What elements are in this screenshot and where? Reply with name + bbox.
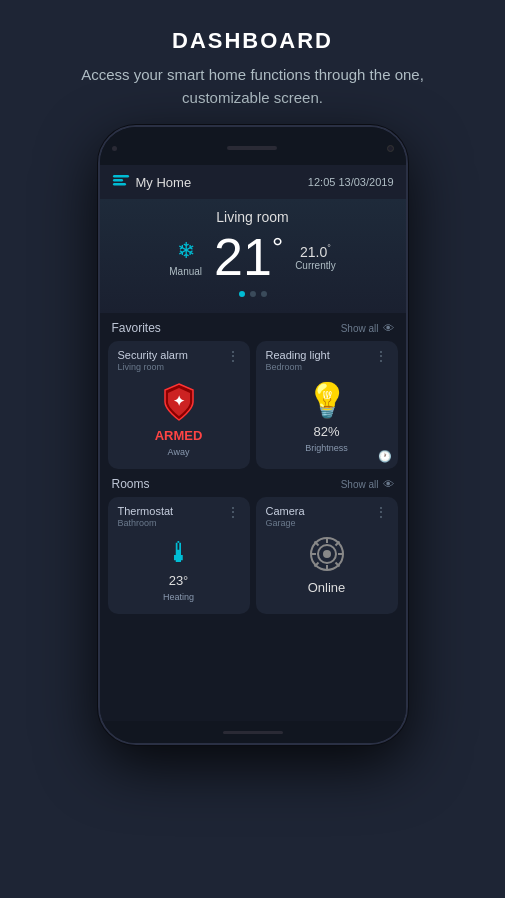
light-card-menu[interactable]: ⋮ xyxy=(374,349,388,363)
app-logo-icon xyxy=(112,171,130,193)
app-header: My Home 12:05 13/03/2019 xyxy=(100,165,406,199)
eye-icon-favorites: 👁 xyxy=(383,322,394,334)
eye-icon-rooms: 👁 xyxy=(383,478,394,490)
current-temp-val: 21.0° xyxy=(300,243,331,260)
thermometer-icon: 🌡 xyxy=(165,536,193,569)
favorites-cards: Security alarm Living room ⋮ ✦ xyxy=(100,341,406,469)
thermo-card-menu[interactable]: ⋮ xyxy=(226,505,240,519)
current-label: Currently xyxy=(295,260,336,271)
app-logo-area: My Home xyxy=(112,171,192,193)
online-status: Online xyxy=(308,580,346,595)
phone-bottom-bar xyxy=(100,721,406,743)
rooms-section: Rooms Show all 👁 Thermostat Bathroom xyxy=(100,469,406,614)
alarm-card-subtitle: Living room xyxy=(118,362,188,372)
page-header: DASHBOARD Access your smart home functio… xyxy=(0,0,505,125)
weather-manual-block: ❄ Manual xyxy=(169,238,202,277)
brightness-value: 82% xyxy=(313,424,339,439)
big-temp: 21° xyxy=(214,228,283,286)
thermo-label: Heating xyxy=(163,592,194,602)
snowflake-icon: ❄ xyxy=(177,238,195,264)
favorites-header: Favorites Show all 👁 xyxy=(100,313,406,341)
rooms-show-all[interactable]: Show all 👁 xyxy=(341,478,394,490)
reading-light-card[interactable]: Reading light Bedroom ⋮ 💡 82% Brightness… xyxy=(256,341,398,469)
dot-3 xyxy=(261,291,267,297)
thermo-card-subtitle: Bathroom xyxy=(118,518,174,528)
armed-status-label: ARMED xyxy=(155,428,203,443)
svg-line-13 xyxy=(335,542,339,546)
camera-card[interactable]: Camera Garage ⋮ xyxy=(256,497,398,614)
phone-speaker xyxy=(227,146,277,150)
armed-away-label: Away xyxy=(168,447,190,457)
thermo-card-title: Thermostat xyxy=(118,505,174,517)
camera-card-subtitle: Garage xyxy=(266,518,305,528)
phone-front-camera xyxy=(387,145,394,152)
app-content: My Home 12:05 13/03/2019 Living room ❄ M… xyxy=(100,165,406,721)
weather-widget: Living room ❄ Manual 21° 21.0° Currently xyxy=(100,199,406,313)
camera-card-menu[interactable]: ⋮ xyxy=(374,505,388,519)
manual-label: Manual xyxy=(169,266,202,277)
light-card-title: Reading light xyxy=(266,349,330,361)
svg-line-12 xyxy=(335,563,339,567)
favorites-section: Favorites Show all 👁 Security alarm Livi… xyxy=(100,313,406,469)
svg-line-11 xyxy=(314,542,318,546)
rooms-header: Rooms Show all 👁 xyxy=(100,469,406,497)
phone-dot-left xyxy=(112,146,117,151)
dot-indicators xyxy=(116,291,390,297)
dot-1 xyxy=(239,291,245,297)
rooms-cards: Thermostat Bathroom ⋮ 🌡 23° Heating xyxy=(100,497,406,614)
page-subtitle: Access your smart home functions through… xyxy=(40,64,465,109)
weather-room-name: Living room xyxy=(116,209,390,225)
app-home-label: My Home xyxy=(136,175,192,190)
alarm-card-title: Security alarm xyxy=(118,349,188,361)
page-title: DASHBOARD xyxy=(40,28,465,54)
brightness-label: Brightness xyxy=(305,443,348,453)
favorites-show-all-label: Show all xyxy=(341,323,379,334)
clock-icon: 🕐 xyxy=(378,450,392,463)
phone-frame: My Home 12:05 13/03/2019 Living room ❄ M… xyxy=(98,125,408,745)
big-temp-block: 21° xyxy=(214,231,283,283)
phone-top-bar xyxy=(100,127,406,165)
thermostat-card[interactable]: Thermostat Bathroom ⋮ 🌡 23° Heating xyxy=(108,497,250,614)
alarm-card-menu[interactable]: ⋮ xyxy=(226,349,240,363)
favorites-title: Favorites xyxy=(112,321,161,335)
phone-camera-area xyxy=(112,146,117,151)
current-temp-block: 21.0° Currently xyxy=(295,243,336,271)
svg-rect-0 xyxy=(113,175,129,178)
svg-text:✦: ✦ xyxy=(173,393,185,409)
app-datetime: 12:05 13/03/2019 xyxy=(308,176,394,188)
dot-2 xyxy=(250,291,256,297)
svg-point-6 xyxy=(323,550,331,558)
bulb-icon: 💡 xyxy=(306,380,348,420)
svg-rect-1 xyxy=(113,179,123,182)
thermo-value: 23° xyxy=(169,573,189,588)
rooms-show-all-label: Show all xyxy=(341,479,379,490)
scroll-content[interactable]: Favorites Show all 👁 Security alarm Livi… xyxy=(100,313,406,721)
svg-rect-2 xyxy=(113,183,126,186)
camera-icon xyxy=(309,536,345,576)
rooms-title: Rooms xyxy=(112,477,150,491)
home-indicator xyxy=(223,731,283,734)
svg-line-14 xyxy=(314,563,318,567)
shield-icon: ✦ xyxy=(157,380,201,424)
security-alarm-card[interactable]: Security alarm Living room ⋮ ✦ xyxy=(108,341,250,469)
camera-card-title: Camera xyxy=(266,505,305,517)
light-card-subtitle: Bedroom xyxy=(266,362,330,372)
favorites-show-all[interactable]: Show all 👁 xyxy=(341,322,394,334)
